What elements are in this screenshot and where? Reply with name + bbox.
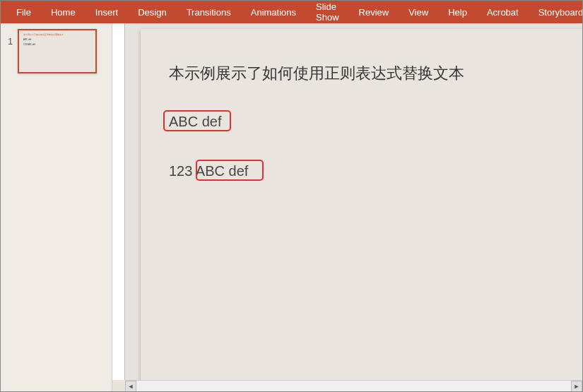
scroll-left-button[interactable]: ◄ <box>125 381 136 392</box>
thumb-line2: 123 ABC def <box>23 43 91 46</box>
scroll-right-button[interactable]: ► <box>571 381 582 392</box>
tab-insert[interactable]: Insert <box>86 1 129 23</box>
slide-number: 1 <box>8 36 13 47</box>
thumb-title: 本示例展示了如何使用正则表达式替换文本 <box>23 33 91 36</box>
slide-canvas[interactable]: 本示例展示了如何使用正则表达式替换文本 ABC def 123 ABC def <box>141 29 582 389</box>
horizontal-scrollbar[interactable]: ◄ ► <box>125 380 582 391</box>
tab-view[interactable]: View <box>399 1 438 23</box>
slide-title-text[interactable]: 本示例展示了如何使用正则表达式替换文本 <box>169 63 464 84</box>
tab-animations[interactable]: Animations <box>241 1 306 23</box>
tab-slideshow[interactable]: Slide Show <box>306 1 349 23</box>
tab-acrobat[interactable]: Acrobat <box>477 1 529 23</box>
line2-prefix: 123 <box>169 163 196 179</box>
tab-help[interactable]: Help <box>438 1 477 23</box>
editor-area: 本示例展示了如何使用正则表达式替换文本 ABC def 123 ABC def … <box>112 23 582 391</box>
tab-transitions[interactable]: Transitions <box>177 1 241 23</box>
thumb-line1: ABC def <box>23 38 91 41</box>
tab-file[interactable]: File <box>6 1 41 23</box>
main-area: 1 本示例展示了如何使用正则表达式替换文本 ABC def 123 ABC de… <box>1 23 582 391</box>
tab-design[interactable]: Design <box>128 1 176 23</box>
tab-review[interactable]: Review <box>349 1 399 23</box>
scroll-track[interactable] <box>136 381 571 392</box>
tab-storyboarding[interactable]: Storyboarding <box>529 1 583 23</box>
highlight-box-2 <box>196 160 264 181</box>
slide-thumbnail-1[interactable]: 本示例展示了如何使用正则表达式替换文本 ABC def 123 ABC def <box>18 29 97 73</box>
thumbnail-panel: 1 本示例展示了如何使用正则表达式替换文本 ABC def 123 ABC de… <box>1 23 112 391</box>
vertical-ruler <box>112 23 125 380</box>
tab-home[interactable]: Home <box>41 1 86 23</box>
ribbon-tabs: File Home Insert Design Transitions Anim… <box>1 1 582 23</box>
highlight-box-1 <box>163 110 231 131</box>
